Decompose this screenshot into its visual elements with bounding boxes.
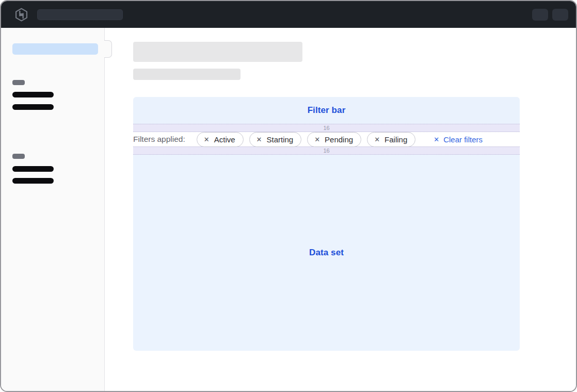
remove-icon: ✕ (434, 136, 439, 143)
sidebar-active-item[interactable] (12, 43, 98, 55)
clear-filters-button[interactable]: ✕ Clear filters (434, 135, 483, 144)
sidebar-nav-item-skeleton[interactable] (12, 178, 54, 184)
page-title-skeleton (133, 42, 302, 62)
topbar-action-button-skeleton[interactable] (552, 9, 568, 21)
remove-icon[interactable]: ✕ (314, 136, 320, 143)
sidebar-section-heading-skeleton (12, 154, 25, 159)
hashicorp-logo-icon (14, 8, 28, 22)
sidebar-flyout-tab[interactable] (104, 40, 112, 58)
sidebar-nav-item-skeleton[interactable] (12, 104, 54, 110)
panel-stack: Filter bar 16 Filters applied: ✕ Active … (133, 97, 520, 351)
data-set-panel: Data set (133, 155, 520, 351)
remove-icon[interactable]: ✕ (374, 136, 380, 143)
main-content: Filter bar 16 Filters applied: ✕ Active … (105, 28, 576, 391)
filter-bar-label: Filter bar (308, 105, 346, 116)
spacing-annotation-bottom: 16 (133, 146, 520, 155)
filter-tag-pending[interactable]: ✕ Pending (307, 132, 361, 147)
sidebar (1, 28, 105, 391)
filter-tag-label: Failing (384, 135, 407, 144)
filter-bar-panel: Filter bar (133, 97, 520, 124)
sidebar-nav-item-skeleton[interactable] (12, 166, 54, 172)
topbar-action-button-skeleton[interactable] (532, 9, 548, 21)
clear-filters-label: Clear filters (443, 135, 483, 144)
filters-applied-label: Filters applied: (133, 135, 185, 144)
spacing-annotation-top: 16 (133, 124, 520, 132)
filter-tag-starting[interactable]: ✕ Starting (249, 132, 302, 147)
data-set-label: Data set (309, 248, 344, 258)
search-input-skeleton[interactable] (37, 9, 123, 20)
sidebar-nav-item-skeleton[interactable] (12, 92, 54, 97)
filter-tag-label: Active (214, 135, 235, 144)
spacing-value-label: 16 (323, 148, 329, 154)
topbar-actions (532, 9, 568, 21)
filter-tag-failing[interactable]: ✕ Failing (367, 132, 415, 147)
app-body: Filter bar 16 Filters applied: ✕ Active … (1, 28, 576, 391)
remove-icon[interactable]: ✕ (204, 136, 210, 143)
filter-tag-list: ✕ Active ✕ Starting ✕ Pending ✕ (197, 132, 415, 147)
sidebar-section-heading-skeleton (12, 80, 25, 85)
top-navigation-bar (1, 1, 576, 28)
app-window: Filter bar 16 Filters applied: ✕ Active … (0, 0, 577, 392)
filter-tag-label: Starting (266, 135, 293, 144)
spacing-value-label: 16 (323, 125, 329, 131)
remove-icon[interactable]: ✕ (257, 136, 262, 143)
filter-tag-label: Pending (325, 135, 353, 144)
filters-applied-row: Filters applied: ✕ Active ✕ Starting ✕ P (133, 132, 520, 146)
page-subtitle-skeleton (133, 69, 241, 80)
filter-tag-active[interactable]: ✕ Active (197, 132, 244, 147)
